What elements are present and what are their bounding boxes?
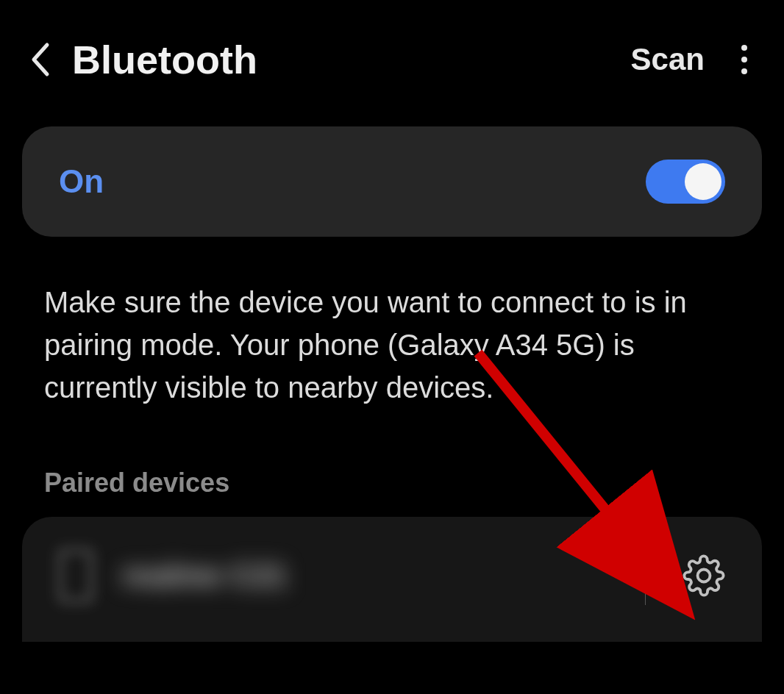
device-name: realme C21 [122, 558, 623, 593]
header: Bluetooth Scan [0, 0, 784, 112]
gear-icon [683, 554, 725, 597]
bluetooth-toggle-switch[interactable] [646, 160, 725, 204]
more-options-button[interactable] [741, 45, 755, 74]
bluetooth-toggle-card: On [22, 126, 762, 237]
chevron-left-icon [29, 42, 50, 77]
divider [645, 546, 646, 605]
phone-icon [59, 549, 93, 602]
paired-device-row[interactable]: realme C21 [22, 517, 762, 642]
switch-thumb [685, 163, 721, 200]
pairing-help-text: Make sure the device you want to connect… [0, 237, 784, 409]
device-settings-button[interactable] [683, 554, 725, 597]
more-vertical-icon [741, 45, 747, 51]
bluetooth-status-label: On [59, 163, 104, 200]
paired-devices-label: Paired devices [0, 409, 784, 517]
page-title: Bluetooth [72, 37, 631, 82]
scan-button[interactable]: Scan [631, 42, 705, 77]
back-button[interactable] [29, 42, 50, 77]
